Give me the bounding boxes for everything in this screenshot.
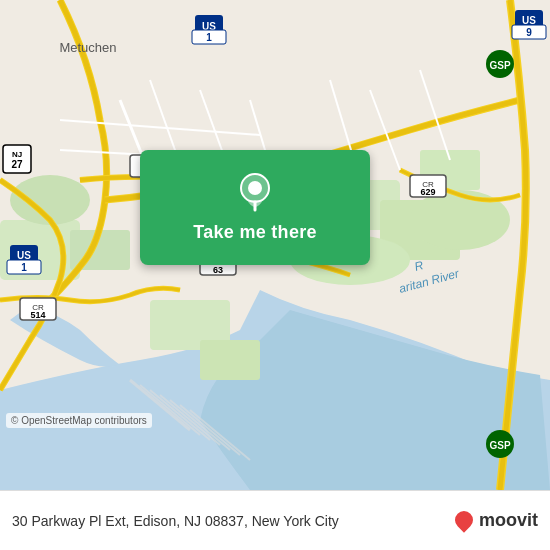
svg-text:NJ: NJ (12, 150, 22, 159)
take-me-there-button[interactable]: Take me there (140, 150, 370, 265)
svg-text:27: 27 (11, 159, 23, 170)
svg-text:US: US (522, 15, 536, 26)
svg-text:US: US (17, 250, 31, 261)
take-me-there-label: Take me there (193, 222, 317, 243)
svg-text:514: 514 (30, 310, 45, 320)
svg-text:1: 1 (21, 262, 27, 273)
address-text: 30 Parkway Pl Ext, Edison, NJ 08837, New… (12, 513, 455, 529)
svg-rect-10 (200, 340, 260, 380)
svg-text:1: 1 (206, 32, 212, 43)
moovit-logo: moovit (455, 510, 538, 531)
osm-attribution: © OpenStreetMap contributors (6, 413, 152, 428)
svg-text:629: 629 (420, 187, 435, 197)
svg-text:GSP: GSP (489, 60, 510, 71)
svg-text:9: 9 (526, 27, 532, 38)
svg-text:63: 63 (213, 265, 223, 275)
map-container: US 1 US 1 US 9 GSP GSP NJ 27 CR 531 CR 6… (0, 0, 550, 490)
moovit-pin-icon (451, 507, 476, 532)
svg-text:Metuchen: Metuchen (59, 40, 116, 55)
svg-point-62 (248, 181, 262, 195)
bottom-bar: 30 Parkway Pl Ext, Edison, NJ 08837, New… (0, 490, 550, 550)
location-pin-icon (237, 172, 273, 214)
moovit-brand-text: moovit (479, 510, 538, 531)
svg-text:GSP: GSP (489, 440, 510, 451)
